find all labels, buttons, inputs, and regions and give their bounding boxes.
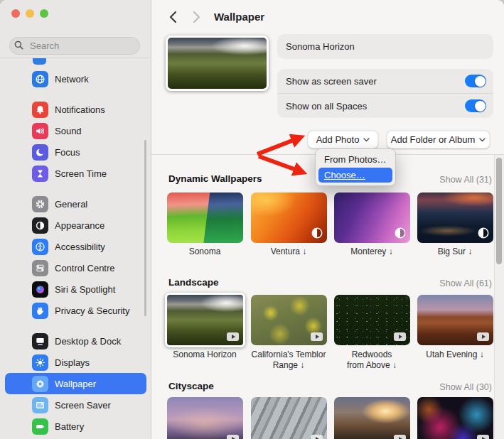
sun-icon bbox=[32, 354, 48, 371]
sidebar-item-label: Network bbox=[55, 74, 89, 85]
hand-icon bbox=[32, 303, 48, 319]
sidebar-item-label: Screen Time bbox=[55, 168, 107, 179]
sidebar-divider bbox=[0, 58, 151, 58]
dynamic-wallpaper-icon bbox=[227, 227, 239, 239]
wallpaper-tile-utah-evening[interactable] bbox=[417, 295, 493, 345]
minimize-window-button[interactable] bbox=[26, 9, 34, 18]
wallpaper-tile-big-sur[interactable] bbox=[417, 193, 493, 243]
appearance-icon bbox=[32, 217, 48, 234]
toggle-label: Show on all Spaces bbox=[286, 101, 367, 112]
add-photo-menu: From Photos… Choose… bbox=[315, 148, 396, 186]
hourglass-icon bbox=[32, 166, 48, 182]
show-all-cityscape[interactable]: Show All (30) bbox=[439, 382, 492, 392]
sidebar-item-label: Wallpaper bbox=[55, 379, 96, 389]
sidebar-item-label: Siri & Spotlight bbox=[55, 284, 115, 295]
sidebar-item-label: Accessibility bbox=[55, 242, 105, 252]
forward-button[interactable] bbox=[189, 10, 203, 24]
wallpaper-tile-ventura[interactable] bbox=[251, 193, 327, 243]
network-icon bbox=[32, 71, 48, 87]
sidebar-item-label: Sound bbox=[55, 126, 82, 136]
moon-icon bbox=[32, 144, 48, 161]
video-wallpaper-icon bbox=[394, 332, 406, 341]
add-folder-or-album-button[interactable]: Add Folder or Album bbox=[387, 131, 490, 148]
video-wallpaper-icon bbox=[227, 435, 239, 439]
show-all-dynamic[interactable]: Show All (31) bbox=[439, 175, 492, 185]
video-wallpaper-icon bbox=[477, 435, 489, 439]
show-on-all-spaces-toggle[interactable] bbox=[465, 99, 486, 112]
tile-label: Utah Evening ↓ bbox=[415, 349, 495, 360]
sidebar-item-notifications[interactable]: Notifications bbox=[5, 99, 146, 120]
wallpaper-tile-temblor-range[interactable] bbox=[251, 295, 327, 345]
section-title-cityscape: Cityscape bbox=[168, 381, 214, 391]
wallpaper-tile-redwoods[interactable] bbox=[334, 295, 410, 345]
gear-icon bbox=[32, 196, 48, 212]
wallpaper-tile-sonoma[interactable] bbox=[167, 193, 243, 243]
toggle-label: Show as screen saver bbox=[286, 76, 377, 87]
scrollbar-thumb[interactable] bbox=[496, 158, 502, 264]
close-window-button[interactable] bbox=[11, 9, 20, 18]
sidebar: Network Notifications Sound Focus Screen… bbox=[0, 0, 151, 439]
wallpaper-options-group: Show as screen saver Show on all Spaces bbox=[277, 69, 493, 118]
flower-icon bbox=[32, 376, 48, 392]
section-title-landscape: Landscape bbox=[168, 277, 219, 288]
sidebar-item-screen-time[interactable]: Screen Time bbox=[5, 163, 146, 184]
speaker-icon bbox=[32, 123, 48, 139]
tile-label: Sonoma bbox=[165, 246, 245, 257]
wallpaper-tile-cityscape-2[interactable] bbox=[251, 397, 327, 439]
search-input[interactable] bbox=[9, 37, 140, 55]
sidebar-item-label: Desktop & Dock bbox=[55, 336, 121, 347]
sidebar-item-control-centre[interactable]: Control Centre bbox=[5, 257, 146, 278]
menu-item-choose[interactable]: Choose… bbox=[318, 168, 392, 183]
sidebar-item-focus[interactable]: Focus bbox=[5, 141, 146, 163]
sidebar-item-label: Displays bbox=[55, 357, 90, 368]
wallpaper-name: Sonoma Horizon bbox=[286, 41, 355, 52]
sidebar-item-label: Notifications bbox=[55, 104, 105, 115]
chevron-down-icon bbox=[363, 138, 370, 142]
wallpaper-name-field: Sonoma Horizon bbox=[277, 34, 493, 59]
tile-label: Big Sur ↓ bbox=[415, 246, 495, 257]
wallpaper-tile-sonoma-horizon[interactable] bbox=[165, 293, 245, 347]
all-spaces-toggle-row: Show on all Spaces bbox=[277, 94, 493, 118]
add-folder-label: Add Folder or Album bbox=[391, 134, 476, 145]
sidebar-item-battery[interactable]: Battery bbox=[5, 416, 146, 437]
screen-saver-toggle-row: Show as screen saver bbox=[277, 69, 493, 93]
show-as-screen-saver-toggle[interactable] bbox=[465, 75, 486, 87]
sidebar-item-accessibility[interactable]: Accessibility bbox=[5, 236, 146, 257]
sidebar-item-wallpaper[interactable]: Wallpaper bbox=[5, 373, 146, 394]
tile-label: California's Temblor Range ↓ bbox=[249, 349, 328, 371]
add-photo-button[interactable]: Add Photo bbox=[308, 131, 378, 148]
sidebar-item-sound[interactable]: Sound bbox=[5, 120, 146, 141]
video-wallpaper-icon bbox=[227, 332, 239, 341]
section-title-dynamic: Dynamic Wallpapers bbox=[168, 173, 262, 184]
sidebar-item-appearance[interactable]: Appearance bbox=[5, 215, 146, 236]
current-wallpaper-preview[interactable] bbox=[166, 36, 269, 91]
page-title: Wallpaper bbox=[214, 11, 264, 23]
zoom-window-button[interactable] bbox=[40, 9, 48, 18]
wallpaper-tile-cityscape-3[interactable] bbox=[334, 397, 410, 439]
dock-icon bbox=[32, 333, 48, 349]
sidebar-scrollbar[interactable] bbox=[144, 140, 146, 316]
partial-scrolled-icon bbox=[33, 58, 46, 65]
sidebar-item-general[interactable]: General bbox=[5, 193, 146, 215]
sidebar-item-label: Screen Saver bbox=[55, 400, 111, 411]
sidebar-item-displays[interactable]: Displays bbox=[5, 352, 146, 373]
sidebar-item-label: Privacy & Security bbox=[55, 305, 129, 316]
sidebar-item-siri-spotlight[interactable]: Siri & Spotlight bbox=[5, 278, 146, 300]
sidebar-item-label: Appearance bbox=[55, 220, 104, 231]
add-photo-label: Add Photo bbox=[316, 134, 360, 145]
back-button[interactable] bbox=[166, 10, 180, 24]
menu-item-from-photos[interactable]: From Photos… bbox=[318, 152, 392, 167]
video-wallpaper-icon bbox=[394, 435, 406, 439]
sidebar-item-desktop-dock[interactable]: Desktop & Dock bbox=[5, 330, 146, 352]
sidebar-item-network[interactable]: Network bbox=[5, 68, 146, 90]
siri-icon bbox=[32, 281, 48, 298]
video-wallpaper-icon bbox=[311, 332, 323, 341]
sidebar-item-privacy-security[interactable]: Privacy & Security bbox=[5, 300, 146, 321]
wallpaper-tile-cityscape-1[interactable] bbox=[167, 397, 243, 439]
sidebar-item-screen-saver[interactable]: Screen Saver bbox=[5, 394, 146, 416]
show-all-landscape[interactable]: Show All (61) bbox=[439, 278, 492, 288]
wallpaper-tile-monterey[interactable] bbox=[334, 193, 410, 243]
wallpaper-tile-cityscape-4[interactable] bbox=[417, 397, 493, 439]
dynamic-wallpaper-icon bbox=[478, 227, 489, 239]
tile-label: Sonoma Horizon bbox=[165, 349, 245, 360]
